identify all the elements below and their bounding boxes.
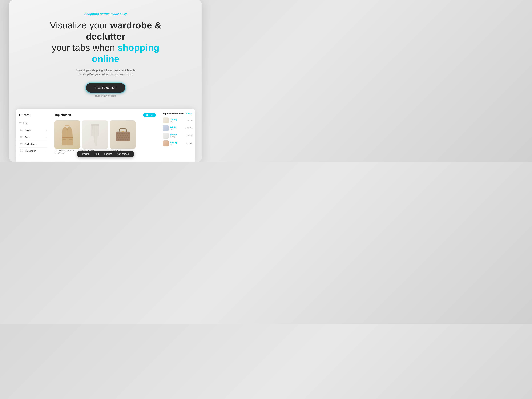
collection-info-resort: Resort 1 770 xyxy=(170,133,185,138)
collection-change-winter: + 122% xyxy=(185,127,192,129)
right-panel: Top collections over 7 day ▾ Spring 147 … xyxy=(160,109,195,162)
svg-point-2 xyxy=(22,130,22,130)
collection-change-resort: - 105% xyxy=(186,135,192,137)
product-name-coat: Double-sided cashmer... xyxy=(54,150,80,152)
filter-label: Filter xyxy=(23,122,28,125)
categories-chevron: › xyxy=(46,150,47,152)
collection-name-winter: Winter xyxy=(170,126,184,128)
collection-count-winter: 892 xyxy=(170,128,184,131)
svg-rect-15 xyxy=(119,133,120,134)
collection-thumb-spring xyxy=(163,118,169,124)
hero-section: Shopping online made easy Visualize your… xyxy=(9,7,202,107)
sidebar-title: Curate xyxy=(19,113,47,117)
svg-rect-35 xyxy=(127,139,128,140)
product-image-pants xyxy=(82,120,108,149)
collection-count-luxury: 213 xyxy=(170,144,185,146)
install-button[interactable]: Install extention xyxy=(86,83,125,93)
collections-icon xyxy=(20,143,23,146)
collection-row-winter[interactable]: Winter 892 + 122% xyxy=(163,125,192,131)
section-header: Top clothes See all xyxy=(54,113,156,118)
svg-rect-17 xyxy=(124,133,125,134)
nav-faq[interactable]: Faq xyxy=(95,153,99,155)
svg-rect-30 xyxy=(128,137,129,138)
collection-name-luxury: Luxury xyxy=(170,141,185,143)
svg-rect-10 xyxy=(22,151,22,152)
collection-thumb-luxury xyxy=(163,140,169,146)
collection-info-spring: Spring 147 xyxy=(170,118,185,123)
filter-header: Filter xyxy=(19,122,47,125)
sidebar-item-price[interactable]: Price › xyxy=(19,134,47,141)
collection-row-resort[interactable]: Resort 1 770 - 105% xyxy=(163,133,192,139)
period-button[interactable]: 7 day ▾ xyxy=(186,112,192,115)
svg-rect-11 xyxy=(62,137,73,138)
svg-point-37 xyxy=(122,131,123,132)
svg-rect-29 xyxy=(126,137,127,138)
collection-count-resort: 1 770 xyxy=(170,136,185,138)
cta-wrap: Install extention loved by 1000+ users xyxy=(22,83,189,97)
product-grid: Double-sided cashmer... Louis Vuitton xyxy=(54,120,156,154)
filter-icon xyxy=(19,122,22,125)
collection-info-winter: Winter 892 xyxy=(170,126,184,131)
svg-rect-34 xyxy=(125,139,126,140)
coat-illustration xyxy=(60,124,75,145)
collection-thumb-resort xyxy=(163,133,169,139)
product-image-coat xyxy=(54,120,80,149)
colors-label: Colors xyxy=(25,129,32,132)
product-brand-coat: Louis Vuitton xyxy=(54,152,80,154)
nav-explore[interactable]: Explore xyxy=(104,153,112,155)
svg-rect-25 xyxy=(117,137,118,138)
hero-title-part1: Visualize your wardrobe & declutter xyxy=(50,20,161,42)
collection-count-spring: 147 xyxy=(170,121,185,123)
collection-info-luxury: Luxury 213 xyxy=(170,141,185,146)
sidebar-item-categories[interactable]: Categories › xyxy=(19,148,47,154)
price-label: Price xyxy=(25,136,30,139)
palette-icon xyxy=(20,129,23,132)
nav-get-started[interactable]: Get started xyxy=(117,153,129,155)
collection-row-spring[interactable]: Spring 147 + 47% xyxy=(163,118,192,124)
svg-rect-14 xyxy=(117,133,118,134)
svg-point-3 xyxy=(21,130,21,131)
sidebar-item-colors[interactable]: Colors › xyxy=(19,127,47,134)
product-card-pants[interactable]: White trousers Zara xyxy=(82,120,108,154)
bottom-nav: Pricing Faq Explore Get started xyxy=(77,150,134,157)
svg-rect-33 xyxy=(122,139,124,140)
categories-label: Categories xyxy=(25,150,36,152)
svg-rect-8 xyxy=(22,150,22,150)
svg-rect-16 xyxy=(121,133,122,134)
svg-rect-20 xyxy=(118,135,119,136)
svg-rect-28 xyxy=(124,137,125,138)
app-ui-mockup: Curate Filter xyxy=(16,109,195,162)
colors-chevron: › xyxy=(46,129,47,132)
svg-rect-32 xyxy=(120,139,121,140)
pants-illustration xyxy=(90,123,100,146)
price-icon xyxy=(20,136,23,139)
nav-pricing[interactable]: Pricing xyxy=(82,153,89,155)
see-all-button[interactable]: See all xyxy=(143,113,156,118)
svg-rect-23 xyxy=(125,135,126,136)
svg-rect-7 xyxy=(20,150,21,150)
product-info-coat: Double-sided cashmer... Louis Vuitton xyxy=(54,150,80,154)
collections-chevron: › xyxy=(46,143,47,145)
product-card-bag[interactable]: LV Tote Bag Louis Vuitton xyxy=(110,120,136,154)
svg-point-4 xyxy=(22,130,22,131)
sidebar: Curate Filter xyxy=(16,109,51,162)
svg-point-1 xyxy=(21,130,21,130)
svg-rect-31 xyxy=(118,139,119,140)
svg-rect-21 xyxy=(120,135,121,136)
svg-rect-12 xyxy=(91,124,99,126)
sidebar-item-collections[interactable]: Collections › xyxy=(19,141,47,148)
main-card: Shopping online made easy Visualize your… xyxy=(9,0,202,162)
product-card-coat[interactable]: Double-sided cashmer... Louis Vuitton xyxy=(54,120,80,154)
svg-rect-24 xyxy=(127,135,128,136)
svg-rect-26 xyxy=(119,137,120,138)
svg-rect-9 xyxy=(20,151,21,152)
price-chevron: › xyxy=(46,136,47,138)
collection-name-resort: Resort xyxy=(170,133,185,136)
collection-change-luxury: + 56% xyxy=(187,142,192,144)
svg-rect-22 xyxy=(122,135,124,136)
collection-thumb-winter xyxy=(163,125,169,131)
collections-panel-title: Top collections over xyxy=(163,112,184,115)
collection-change-spring: + 47% xyxy=(187,119,192,122)
hero-highlight: shopping online xyxy=(92,42,159,64)
collection-row-luxury[interactable]: Luxury 213 + 56% xyxy=(163,140,192,146)
